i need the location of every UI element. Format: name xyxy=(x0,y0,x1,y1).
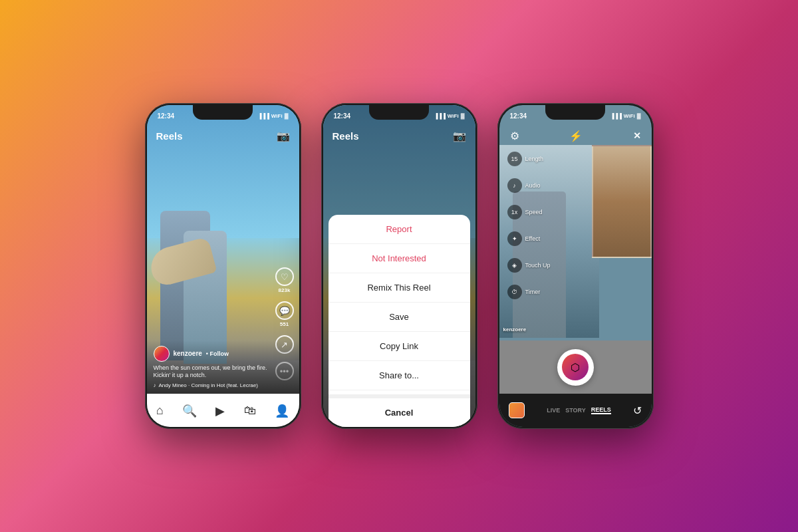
record-area: ⬡ xyxy=(499,340,652,394)
signal-icon-3: ▐▐▐ xyxy=(610,113,622,119)
phone-2: 12:34 ▐▐▐ WiFi ▓ Reels 📷 Report Not Inte… xyxy=(321,103,477,429)
audio-label: Audio xyxy=(525,182,541,189)
camera-bottom-gray: ⬡ xyxy=(499,340,652,394)
reels-tab[interactable]: REELS xyxy=(591,406,611,414)
story-tabs: LIVE STORY REELS xyxy=(547,406,611,414)
record-button[interactable]: ⬡ xyxy=(557,349,594,386)
length-control[interactable]: 15 Length xyxy=(507,152,551,166)
heart-icon: ♡ xyxy=(275,267,294,286)
audio-control[interactable]: ♪ Audio xyxy=(507,178,551,193)
notch xyxy=(193,105,253,120)
signal-icon: ▐▐▐ xyxy=(258,113,269,119)
flash-icon[interactable]: ⚡ xyxy=(569,130,583,142)
status-icons-3: ▐▐▐ WiFi ▓ xyxy=(610,113,641,119)
like-button[interactable]: ♡ 823k xyxy=(275,267,294,293)
camera-controls: 15 Length ♪ Audio 1x Speed ✦ Effect ◈ xyxy=(507,152,551,299)
nav-shop-icon[interactable]: 🛍 xyxy=(244,404,256,418)
camera-icon-1[interactable]: 📷 xyxy=(277,130,290,142)
battery-icon-3: ▓ xyxy=(637,113,641,119)
battery-icon: ▓ xyxy=(285,113,289,119)
touchup-control[interactable]: ◈ Touch Up xyxy=(507,258,551,273)
settings-icon[interactable]: ⚙ xyxy=(510,130,519,142)
nav-reels-icon[interactable]: ▶ xyxy=(215,404,225,418)
battery-icon-2: ▓ xyxy=(461,113,465,119)
camera-icon-2[interactable]: 📷 xyxy=(453,130,466,142)
top-bar-1: Reels 📷 xyxy=(147,124,299,148)
status-time-1: 12:34 xyxy=(158,112,175,120)
nav-search-icon[interactable]: 🔍 xyxy=(182,404,197,418)
music-note-icon: ♪ xyxy=(154,382,156,388)
speed-control[interactable]: 1x Speed xyxy=(507,205,551,219)
touchup-icon: ◈ xyxy=(507,258,522,273)
notch-2 xyxy=(369,105,429,120)
length-icon: 15 xyxy=(507,152,522,166)
copy-link-button[interactable]: Copy Link xyxy=(329,332,470,361)
timer-control[interactable]: ⏱ Timer xyxy=(507,285,551,299)
caption-line2: Kickin' it up a notch. xyxy=(154,372,207,378)
comment-icon: 💬 xyxy=(275,301,294,320)
user-info-1: kenzoere • Follow xyxy=(154,346,293,362)
avatar-1 xyxy=(154,346,170,362)
preview-username: kenzoere xyxy=(503,327,527,332)
camera-preview-inset xyxy=(592,145,652,258)
reels-title-2: Reels xyxy=(332,130,359,142)
reels-title-1: Reels xyxy=(156,130,183,142)
speed-label: Speed xyxy=(525,209,543,215)
wifi-icon-3: WiFi xyxy=(624,113,635,119)
top-bar-2: Reels 📷 xyxy=(323,124,475,148)
speed-icon: 1x xyxy=(507,205,522,219)
close-icon[interactable]: ✕ xyxy=(633,130,641,141)
remix-reel-button[interactable]: Remix This Reel xyxy=(329,273,470,303)
status-time-3: 12:34 xyxy=(510,112,527,120)
instagram-logo: ⬡ xyxy=(571,361,580,374)
share-to-button[interactable]: Share to... xyxy=(329,361,470,390)
report-button[interactable]: Report xyxy=(329,215,470,244)
save-button[interactable]: Save xyxy=(329,303,470,332)
nav-profile-icon[interactable]: 👤 xyxy=(275,404,289,418)
camera-bottom-bar: LIVE STORY REELS ↺ xyxy=(499,394,652,427)
inset-scene xyxy=(593,146,650,257)
status-icons-1: ▐▐▐ WiFi ▓ xyxy=(258,113,289,119)
notch-3 xyxy=(545,105,605,120)
comment-button[interactable]: 💬 551 xyxy=(275,301,294,327)
music-info-1: ♪ Andy Mineo · Coming in Hot (feat. Lecr… xyxy=(154,382,293,388)
touchup-label: Touch Up xyxy=(525,262,551,269)
signal-icon-2: ▐▐▐ xyxy=(434,113,446,119)
bottom-overlay-1: kenzoere • Follow When the sun comes out… xyxy=(147,340,299,394)
bottom-nav-1: ⌂ 🔍 ▶ 🛍 👤 xyxy=(147,394,299,427)
like-count: 823k xyxy=(279,287,291,293)
comment-count: 551 xyxy=(280,321,289,327)
caption-line1: When the sun comes out, we bring the fir… xyxy=(154,364,267,371)
effect-control[interactable]: ✦ Effect xyxy=(507,231,551,246)
wifi-icon-2: WiFi xyxy=(448,113,459,119)
camera-flip-icon[interactable]: ↺ xyxy=(633,404,642,417)
audio-icon: ♪ xyxy=(507,178,522,193)
record-inner: ⬡ xyxy=(562,354,589,380)
phone-1: 12:34 ▐▐▐ WiFi ▓ Reels 📷 ♡ 823k 💬 xyxy=(145,103,301,429)
length-label: Length xyxy=(525,156,544,162)
effect-label: Effect xyxy=(525,235,541,242)
not-interested-button[interactable]: Not Interested xyxy=(329,244,470,273)
nav-home-icon[interactable]: ⌂ xyxy=(156,404,164,418)
username-1[interactable]: kenzoere xyxy=(174,350,202,357)
caption-1: When the sun comes out, we bring the fir… xyxy=(154,364,293,380)
phone-3: kenzoere 12:34 ▐▐▐ WiFi ▓ ⚙ ⚡ xyxy=(497,103,654,429)
live-tab[interactable]: LIVE xyxy=(547,407,560,414)
effect-icon: ✦ xyxy=(507,231,522,246)
wifi-icon: WiFi xyxy=(271,113,283,119)
story-tab[interactable]: STORY xyxy=(565,407,586,414)
timer-icon: ⏱ xyxy=(507,285,522,299)
music-text-1: Andy Mineo · Coming in Hot (feat. Lecrae… xyxy=(159,382,258,388)
status-icons-2: ▐▐▐ WiFi ▓ xyxy=(434,113,465,119)
follow-button-1[interactable]: • Follow xyxy=(206,350,229,357)
cancel-button[interactable]: Cancel xyxy=(329,394,470,427)
gallery-thumbnail[interactable] xyxy=(509,402,525,418)
status-time-2: 12:34 xyxy=(334,112,351,120)
camera-top-bar: ⚙ ⚡ ✕ xyxy=(499,124,652,148)
timer-label: Timer xyxy=(525,289,541,295)
action-sheet: Report Not Interested Remix This Reel Sa… xyxy=(329,215,470,427)
